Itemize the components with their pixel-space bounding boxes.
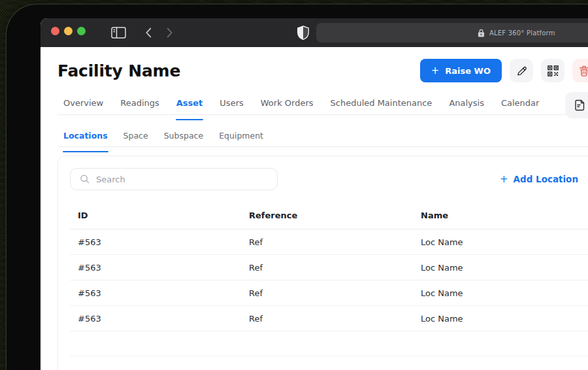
minimize-window-button[interactable] — [64, 27, 73, 35]
tab-readings[interactable]: Readings — [120, 92, 160, 114]
address-bar[interactable]: ALEF 360° Platform — [316, 23, 588, 42]
header-actions: + Raise WO — [420, 59, 588, 82]
page-title: Facility Name — [57, 61, 180, 80]
forward-icon[interactable] — [162, 25, 176, 40]
subtab-space[interactable]: Space — [123, 125, 149, 146]
locations-table: ID Reference Name #563 Ref Loc Name #563… — [70, 202, 588, 356]
plus-icon: + — [500, 173, 508, 185]
table-row[interactable]: #563 Ref Loc Name — [70, 306, 588, 331]
plus-icon: + — [431, 65, 440, 76]
qr-code-icon — [547, 65, 559, 77]
zoom-window-button[interactable] — [77, 27, 86, 35]
cell-reference: Ref — [241, 237, 413, 247]
search-input[interactable] — [96, 175, 253, 184]
tab-scheduled-maintenance[interactable]: Scheduled Maintenance — [330, 92, 433, 114]
tab-calendar[interactable]: Calendar — [500, 92, 540, 114]
search-icon — [80, 174, 90, 184]
tab-work-orders[interactable]: Work Orders — [260, 92, 314, 114]
subtab-equipment[interactable]: Equipment — [218, 125, 264, 146]
delete-button[interactable] — [572, 59, 588, 82]
cell-name: Loc Name — [413, 288, 588, 298]
desktop-background: { "colors": { "accent": "#1673EB", "dang… — [0, 0, 588, 370]
asset-subtabs: Locations Space Subspace Equipment — [57, 124, 588, 147]
report-button[interactable] — [565, 92, 588, 118]
column-header-name: Name — [413, 210, 588, 220]
trash-icon — [578, 65, 588, 77]
back-icon[interactable] — [142, 25, 156, 40]
address-text: ALEF 360° Platform — [489, 29, 555, 37]
page-header: Facility Name + Raise WO — [57, 59, 588, 82]
tab-overview[interactable]: Overview — [63, 92, 104, 114]
cell-id: #563 — [70, 237, 241, 247]
browser-chrome: ALEF 360° Platform — [41, 18, 588, 47]
cell-name: Loc Name — [413, 314, 588, 324]
locations-panel: + Add Location ID Reference Name #563 Re… — [57, 156, 588, 370]
search-box — [70, 168, 278, 190]
lock-icon — [478, 29, 485, 37]
cell-reference: Ref — [241, 314, 413, 324]
table-row[interactable]: #563 Ref Loc Name — [70, 229, 588, 255]
sidebar-toggle-icon[interactable] — [111, 27, 126, 39]
page-content: Facility Name + Raise WO — [41, 59, 588, 370]
raise-wo-label: Raise WO — [445, 66, 491, 76]
cell-id: #563 — [70, 314, 241, 324]
address-bar-content: ALEF 360° Platform — [478, 23, 555, 42]
pencil-icon — [515, 65, 528, 77]
subtab-locations[interactable]: Locations — [63, 125, 108, 146]
privacy-shield-icon[interactable] — [297, 25, 310, 40]
close-window-button[interactable] — [51, 27, 59, 35]
cell-reference: Ref — [241, 288, 413, 298]
cell-id: #563 — [70, 288, 241, 298]
add-location-label: Add Location — [514, 174, 578, 184]
column-header-reference: Reference — [241, 210, 413, 220]
locations-panel-toolbar: + Add Location — [58, 156, 588, 190]
column-header-id: ID — [70, 210, 241, 220]
add-location-button[interactable]: + Add Location — [500, 173, 578, 185]
cell-name: Loc Name — [413, 263, 588, 273]
table-row[interactable]: #563 Ref Loc Name — [70, 255, 588, 280]
document-icon — [573, 99, 586, 112]
tab-asset[interactable]: Asset — [176, 92, 204, 114]
cell-id: #563 — [70, 263, 241, 273]
table-header-row: ID Reference Name — [70, 202, 588, 229]
qr-code-button[interactable] — [541, 59, 564, 82]
subtab-subspace[interactable]: Subspace — [163, 125, 204, 146]
cell-name: Loc Name — [413, 237, 588, 247]
browser-window: ALEF 360° Platform Facility Name + Raise… — [41, 18, 588, 370]
table-footer-divider — [70, 331, 588, 356]
tab-users[interactable]: Users — [219, 92, 244, 114]
table-row[interactable]: #563 Ref Loc Name — [70, 280, 588, 306]
tab-analysis[interactable]: Analysis — [448, 92, 485, 114]
main-tabs: Overview Readings Asset Users Work Order… — [57, 92, 588, 115]
edit-button[interactable] — [510, 59, 533, 82]
raise-wo-button[interactable]: + Raise WO — [420, 59, 502, 82]
cell-reference: Ref — [241, 263, 413, 273]
